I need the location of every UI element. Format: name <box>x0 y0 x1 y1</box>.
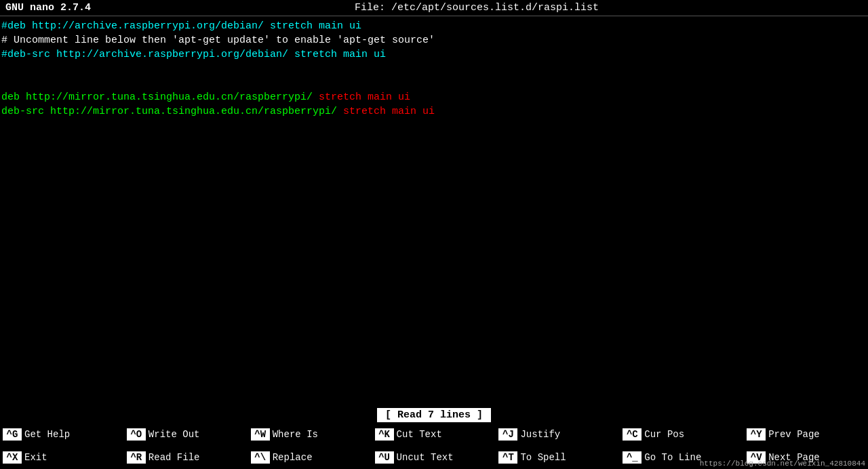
shortcut-key: ^G <box>3 428 22 441</box>
app-title: GNU nano 2.7.4 <box>5 2 91 14</box>
shortcut-label: Justify <box>520 429 560 440</box>
shortcut-label: Read File <box>149 452 200 463</box>
shortcut-item[interactable]: ^UUncut Text <box>372 446 496 469</box>
editor-line: deb-src http://mirror.tuna.tsinghua.edu.… <box>1 104 867 119</box>
shortcut-item[interactable]: ^WWhere Is <box>248 423 372 446</box>
file-path: File: /etc/apt/sources.list.d/raspi.list <box>355 2 599 14</box>
shortcut-item[interactable]: ^RRead File <box>124 446 248 469</box>
shortcut-key: ^\ <box>251 451 270 464</box>
status-message: [ Read 7 lines ] <box>377 408 491 422</box>
shortcut-key: ^R <box>127 451 146 464</box>
editor-line: deb http://mirror.tuna.tsinghua.edu.cn/r… <box>1 90 867 104</box>
shortcut-row-1: ^GGet Help^OWrite Out^WWhere Is^KCut Tex… <box>0 423 868 446</box>
shortcut-key: ^C <box>623 428 642 441</box>
shortcut-key: ^W <box>251 428 270 441</box>
shortcut-key: ^O <box>127 428 146 441</box>
shortcut-label: Where Is <box>273 429 318 440</box>
shortcut-key: ^K <box>375 428 394 441</box>
shortcut-label: Go To Line <box>644 452 701 463</box>
shortcut-label: Cut Text <box>397 429 442 440</box>
editor-line <box>1 76 867 90</box>
shortcut-key: ^_ <box>623 451 642 464</box>
shortcut-label: Prev Page <box>768 429 820 440</box>
status-bar: [ Read 7 lines ] <box>0 407 868 423</box>
shortcut-label: To Spell <box>520 452 566 463</box>
editor-line <box>1 62 867 76</box>
shortcut-item[interactable]: ^GGet Help <box>0 423 124 446</box>
shortcut-item[interactable]: ^JJustify <box>496 423 620 446</box>
shortcut-item[interactable]: ^OWrite Out <box>124 423 248 446</box>
shortcut-label: Write Out <box>149 429 200 440</box>
shortcut-key: ^J <box>498 428 517 441</box>
shortcut-item[interactable]: ^XExit <box>0 446 124 469</box>
shortcut-item[interactable]: ^TTo Spell <box>496 446 620 469</box>
shortcut-label: Get Help <box>24 429 70 440</box>
shortcut-key: ^Y <box>747 428 766 441</box>
shortcut-key: ^T <box>498 451 517 464</box>
editor-area[interactable]: #deb http://archive.raspberrypi.org/debi… <box>0 16 868 407</box>
shortcut-key: ^U <box>375 451 394 464</box>
top-bar: GNU nano 2.7.4 File: /etc/apt/sources.li… <box>0 0 868 16</box>
shortcut-label: Cur Pos <box>644 429 684 440</box>
shortcut-label: Uncut Text <box>397 452 454 463</box>
watermark: https://blog.csdn.net/weixin_42810844 <box>700 460 865 468</box>
shortcut-key: ^X <box>3 451 22 464</box>
shortcut-item[interactable]: ^\Replace <box>248 446 372 469</box>
shortcut-item[interactable]: ^YPrev Page <box>744 423 868 446</box>
shortcut-label: Replace <box>273 452 313 463</box>
editor-line: #deb-src http://archive.raspberrypi.org/… <box>1 47 867 62</box>
shortcut-item[interactable]: ^CCur Pos <box>620 423 744 446</box>
shortcut-item[interactable]: ^KCut Text <box>372 423 496 446</box>
editor-line: # Uncomment line below then 'apt-get upd… <box>1 33 867 47</box>
shortcut-label: Exit <box>24 452 47 463</box>
editor-line: #deb http://archive.raspberrypi.org/debi… <box>1 19 867 33</box>
